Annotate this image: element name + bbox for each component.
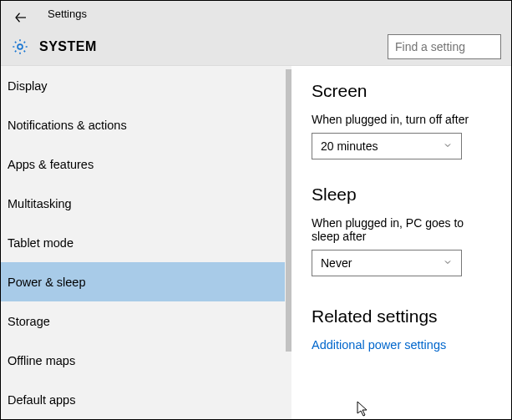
sidebar-item-storage[interactable]: Storage — [1, 301, 285, 341]
sidebar-scrollbar[interactable] — [286, 69, 291, 352]
gear-icon — [11, 38, 29, 56]
arrow-left-icon — [13, 10, 28, 25]
search-input[interactable] — [395, 40, 494, 53]
back-button[interactable] — [11, 8, 31, 28]
additional-power-settings-link[interactable]: Additional power settings — [312, 338, 446, 352]
sleep-label: When plugged in, PC goes to sleep after — [312, 216, 491, 243]
sidebar-item-label: Apps & features — [8, 158, 94, 171]
sidebar-item-default-apps[interactable]: Default apps — [1, 380, 285, 419]
sidebar-item-label: Tablet mode — [8, 236, 74, 250]
sidebar-item-label: Storage — [8, 315, 50, 328]
sleep-value: Never — [321, 256, 352, 270]
screen-off-label: When plugged in, turn off after — [312, 113, 491, 126]
content-pane: Screen When plugged in, turn off after 2… — [291, 66, 511, 420]
sleep-dropdown[interactable]: Never — [312, 250, 462, 276]
screen-off-value: 20 minutes — [321, 139, 378, 153]
related-heading: Related settings — [312, 306, 491, 326]
sidebar-item-notifications-actions[interactable]: Notifications & actions — [1, 105, 285, 144]
sidebar-item-multitasking[interactable]: Multitasking — [1, 184, 285, 223]
section-title: SYSTEM — [39, 39, 97, 54]
app-title: Settings — [48, 8, 87, 20]
sidebar-item-label: Multitasking — [8, 197, 72, 210]
sidebar-item-apps-features[interactable]: Apps & features — [1, 144, 285, 184]
svg-point-1 — [18, 44, 23, 49]
sidebar-item-label: Notifications & actions — [8, 119, 127, 132]
sidebar-item-label: Power & sleep — [8, 276, 86, 289]
sidebar-item-label: Offline maps — [8, 354, 75, 367]
sidebar-item-power-sleep[interactable]: Power & sleep — [1, 262, 285, 301]
sidebar-item-tablet-mode[interactable]: Tablet mode — [1, 223, 285, 262]
screen-off-dropdown[interactable]: 20 minutes — [312, 133, 462, 159]
sidebar: DisplayNotifications & actionsApps & fea… — [1, 66, 291, 420]
sidebar-item-display[interactable]: Display — [1, 66, 285, 105]
header: Settings SYSTEM — [1, 1, 511, 66]
chevron-down-icon — [443, 256, 453, 270]
chevron-down-icon — [443, 139, 453, 153]
sidebar-item-label: Display — [8, 79, 48, 93]
search-box[interactable] — [388, 34, 501, 59]
body: DisplayNotifications & actionsApps & fea… — [1, 66, 511, 420]
sleep-heading: Sleep — [312, 185, 491, 205]
sidebar-item-label: Default apps — [8, 393, 75, 407]
sidebar-item-offline-maps[interactable]: Offline maps — [1, 341, 285, 380]
screen-heading: Screen — [312, 81, 491, 101]
